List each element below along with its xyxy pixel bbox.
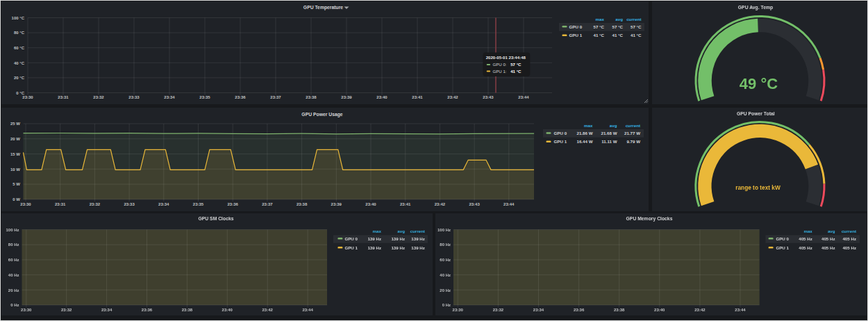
- svg-text:10 W: 10 W: [10, 167, 20, 171]
- svg-text:57 °C: 57 °C: [631, 24, 642, 29]
- svg-text:23:34: 23:34: [533, 308, 544, 312]
- svg-text:23:32: 23:32: [61, 308, 72, 312]
- svg-text:23:44: 23:44: [518, 95, 529, 99]
- svg-text:GPU Temperature: GPU Temperature: [303, 5, 344, 10]
- svg-text:16.44 W: 16.44 W: [576, 139, 592, 144]
- svg-text:23:39: 23:39: [341, 95, 352, 99]
- svg-text:23:38: 23:38: [614, 308, 625, 312]
- svg-text:GPU Memory Clocks: GPU Memory Clocks: [626, 216, 673, 222]
- svg-text:23:37: 23:37: [270, 95, 281, 99]
- svg-text:GPU 0: GPU 0: [344, 236, 358, 241]
- svg-text:23:43: 23:43: [469, 201, 480, 206]
- svg-text:23:36: 23:36: [142, 308, 153, 312]
- svg-text:0 °C: 0 °C: [16, 91, 24, 95]
- svg-text:23:33: 23:33: [128, 95, 140, 99]
- svg-text:405 Hz: 405 Hz: [842, 245, 856, 250]
- svg-text:41 °C: 41 °C: [631, 33, 642, 38]
- svg-text:41 °C: 41 °C: [510, 69, 521, 74]
- svg-text:current: current: [410, 229, 425, 233]
- svg-text:23:40: 23:40: [365, 201, 376, 206]
- svg-text:23:34: 23:34: [158, 201, 169, 206]
- svg-text:23:44: 23:44: [503, 201, 515, 206]
- svg-text:80 Hz: 80 Hz: [8, 242, 19, 247]
- svg-text:current: current: [626, 17, 641, 22]
- svg-text:GPU 1: GPU 1: [569, 33, 583, 38]
- svg-text:23:40: 23:40: [376, 95, 387, 99]
- svg-text:15 W: 15 W: [10, 151, 20, 156]
- svg-text:23:30: 23:30: [22, 95, 33, 99]
- svg-text:23:42: 23:42: [694, 308, 706, 312]
- svg-text:range to text kW: range to text kW: [735, 183, 781, 190]
- svg-text:23:38: 23:38: [297, 201, 308, 206]
- svg-text:20 Hz: 20 Hz: [440, 288, 451, 293]
- svg-text:current: current: [626, 123, 640, 128]
- svg-text:GPU 0:: GPU 0:: [493, 62, 507, 67]
- svg-text:23:44: 23:44: [302, 308, 313, 312]
- svg-text:405 Hz: 405 Hz: [821, 245, 835, 250]
- svg-text:49 °C: 49 °C: [739, 75, 777, 92]
- svg-text:GPU 0: GPU 0: [554, 130, 567, 135]
- svg-text:5 W: 5 W: [12, 182, 20, 186]
- svg-text:405 Hz: 405 Hz: [821, 236, 835, 241]
- svg-text:40 Hz: 40 Hz: [440, 273, 451, 277]
- svg-text:11.11 W: 11.11 W: [601, 139, 617, 144]
- svg-text:139 Hz: 139 Hz: [391, 236, 405, 241]
- svg-text:139 Hz: 139 Hz: [391, 245, 405, 250]
- svg-text:23:34: 23:34: [101, 308, 112, 312]
- svg-text:25 W: 25 W: [10, 122, 20, 126]
- svg-text:41 °C: 41 °C: [593, 33, 604, 38]
- svg-text:GPU Power Usage: GPU Power Usage: [301, 111, 343, 117]
- svg-text:current: current: [842, 229, 856, 233]
- svg-text:0 W: 0 W: [12, 197, 20, 201]
- svg-text:80 °C: 80 °C: [14, 31, 25, 35]
- svg-text:GPU 1: GPU 1: [776, 245, 789, 250]
- svg-text:23:37: 23:37: [262, 201, 273, 206]
- svg-text:23:33: 23:33: [124, 201, 135, 206]
- svg-text:23:44: 23:44: [735, 308, 746, 312]
- svg-text:23:32: 23:32: [493, 308, 504, 312]
- svg-text:23:42: 23:42: [447, 95, 458, 99]
- svg-text:GPU SM Clocks: GPU SM Clocks: [199, 216, 234, 221]
- svg-text:GPU 1:: GPU 1:: [493, 69, 507, 74]
- svg-text:23:35: 23:35: [193, 201, 204, 206]
- svg-text:80 Hz: 80 Hz: [440, 242, 451, 247]
- svg-text:60 °C: 60 °C: [14, 46, 25, 50]
- svg-text:20 W: 20 W: [10, 137, 20, 141]
- svg-text:23:38: 23:38: [182, 308, 193, 312]
- svg-text:23:31: 23:31: [58, 95, 69, 99]
- svg-text:23:38: 23:38: [306, 95, 317, 99]
- svg-text:GPU 0: GPU 0: [776, 236, 789, 241]
- svg-text:60 Hz: 60 Hz: [440, 258, 451, 262]
- svg-text:23:36: 23:36: [574, 308, 585, 312]
- svg-text:23:42: 23:42: [435, 201, 446, 206]
- svg-text:100 °C: 100 °C: [12, 16, 25, 20]
- svg-text:avg: avg: [828, 229, 835, 233]
- svg-text:avg: avg: [610, 123, 617, 128]
- svg-text:20 °C: 20 °C: [14, 76, 25, 80]
- svg-text:139 Hz: 139 Hz: [411, 245, 425, 250]
- svg-text:23:30: 23:30: [453, 308, 464, 312]
- svg-text:23:36: 23:36: [228, 201, 239, 206]
- svg-text:23:30: 23:30: [20, 201, 31, 206]
- svg-text:23:30: 23:30: [21, 308, 32, 312]
- svg-text:max: max: [803, 229, 812, 233]
- svg-text:139 Hz: 139 Hz: [411, 236, 425, 241]
- svg-text:GPU Avg. Temp: GPU Avg. Temp: [737, 5, 772, 10]
- svg-text:max: max: [373, 229, 382, 233]
- svg-text:23:39: 23:39: [331, 201, 342, 206]
- svg-text:23:31: 23:31: [55, 201, 66, 206]
- svg-text:23:40: 23:40: [222, 308, 233, 312]
- svg-text:41 °C: 41 °C: [612, 33, 623, 38]
- svg-text:405 Hz: 405 Hz: [799, 245, 812, 250]
- svg-text:21.68 W: 21.68 W: [601, 130, 617, 135]
- svg-text:57 °C: 57 °C: [612, 24, 623, 29]
- svg-text:avg: avg: [397, 229, 405, 233]
- svg-text:40 Hz: 40 Hz: [8, 273, 19, 277]
- svg-text:21.86 W: 21.86 W: [576, 130, 592, 135]
- svg-text:100 Hz: 100 Hz: [437, 228, 451, 232]
- svg-text:2020-05-01 23:44:48: 2020-05-01 23:44:48: [486, 55, 526, 60]
- svg-text:21.77 W: 21.77 W: [624, 130, 640, 135]
- svg-text:23:40: 23:40: [654, 308, 665, 312]
- svg-text:max: max: [584, 123, 593, 128]
- svg-text:405 Hz: 405 Hz: [799, 236, 812, 241]
